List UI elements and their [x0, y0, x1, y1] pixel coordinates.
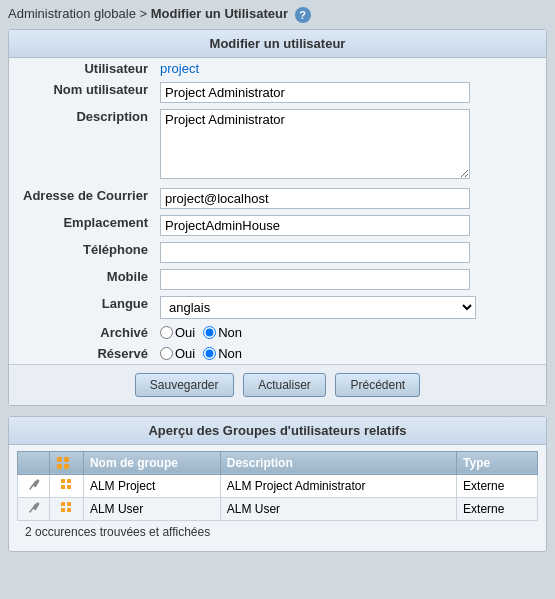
- help-icon[interactable]: ?: [295, 7, 311, 23]
- label-nom-utilisateur: Nom utilisateur: [9, 79, 154, 106]
- group-description: ALM User: [220, 498, 456, 521]
- label-adresse: Adresse de Courrier: [9, 185, 154, 212]
- svg-rect-10: [67, 485, 71, 489]
- value-reserve: Oui Non: [154, 343, 546, 364]
- label-emplacement: Emplacement: [9, 212, 154, 239]
- reserve-oui-radio[interactable]: [160, 347, 173, 360]
- label-description: Description: [9, 106, 154, 185]
- svg-rect-9: [61, 485, 65, 489]
- value-emplacement: [154, 212, 546, 239]
- pencil-icon: [27, 501, 40, 514]
- value-archive: Oui Non: [154, 322, 546, 343]
- groups-panel: Aperçu des Groupes d'utilisateurs relati…: [8, 416, 547, 553]
- archive-oui-label[interactable]: Oui: [160, 325, 195, 340]
- th-type: Type: [457, 451, 538, 475]
- archive-non-label[interactable]: Non: [203, 325, 242, 340]
- update-button[interactable]: Actualiser: [243, 373, 326, 397]
- archive-non-radio[interactable]: [203, 326, 216, 339]
- breadcrumb: Administration globale > Modifier un Uti…: [8, 6, 547, 23]
- form-title: Modifier un utilisateur: [9, 30, 546, 58]
- label-telephone: Téléphone: [9, 239, 154, 266]
- table-row: ALM ProjectALM Project AdministratorExte…: [18, 475, 538, 498]
- row-adresse: Adresse de Courrier: [9, 185, 546, 212]
- svg-rect-7: [61, 479, 65, 483]
- group-name: ALM User: [83, 498, 220, 521]
- row-utilisateur: Utilisateur project: [9, 58, 546, 79]
- emplacement-input[interactable]: [160, 215, 470, 236]
- utilisateur-link[interactable]: project: [160, 61, 199, 76]
- row-archive: Archivé Oui Non: [9, 322, 546, 343]
- adresse-input[interactable]: [160, 188, 470, 209]
- group-grid-icon-cell: [50, 498, 84, 521]
- telephone-input[interactable]: [160, 242, 470, 263]
- table-icon: [60, 501, 73, 514]
- archive-oui-radio[interactable]: [160, 326, 173, 339]
- group-name: ALM Project: [83, 475, 220, 498]
- breadcrumb-separator: >: [136, 6, 151, 21]
- value-nom-utilisateur: [154, 79, 546, 106]
- reserve-oui-text: Oui: [175, 346, 195, 361]
- th-description: Description: [220, 451, 456, 475]
- edit-icon-cell[interactable]: [18, 498, 50, 521]
- group-type: Externe: [457, 498, 538, 521]
- th-icon2: [50, 451, 84, 475]
- back-button[interactable]: Précédent: [335, 373, 420, 397]
- langue-select[interactable]: anglais: [160, 296, 476, 319]
- edit-icon-cell[interactable]: [18, 475, 50, 498]
- description-input[interactable]: [160, 109, 470, 179]
- occurrences-text: 2 occurences trouvées et affichées: [17, 521, 538, 545]
- label-archive: Archivé: [9, 322, 154, 343]
- svg-rect-2: [57, 464, 62, 469]
- mobile-input[interactable]: [160, 269, 470, 290]
- label-langue: Langue: [9, 293, 154, 322]
- th-icon1: [18, 451, 50, 475]
- value-mobile: [154, 266, 546, 293]
- row-description: Description: [9, 106, 546, 185]
- svg-rect-1: [64, 457, 69, 462]
- value-langue: anglais: [154, 293, 546, 322]
- form-panel: Modifier un utilisateur Utilisateur proj…: [8, 29, 547, 406]
- table-icon: [60, 478, 73, 491]
- reserve-non-radio[interactable]: [203, 347, 216, 360]
- value-utilisateur: project: [154, 58, 546, 79]
- label-mobile: Mobile: [9, 266, 154, 293]
- nom-utilisateur-input[interactable]: [160, 82, 470, 103]
- reserve-non-text: Non: [218, 346, 242, 361]
- row-mobile: Mobile: [9, 266, 546, 293]
- svg-rect-14: [61, 502, 65, 506]
- groups-table-wrapper: Nom de groupe Description Type ALM Proje…: [9, 445, 546, 552]
- reserve-oui-label[interactable]: Oui: [160, 346, 195, 361]
- value-telephone: [154, 239, 546, 266]
- groups-table: Nom de groupe Description Type ALM Proje…: [17, 451, 538, 522]
- table-row: ALM UserALM UserExterne: [18, 498, 538, 521]
- svg-rect-15: [67, 502, 71, 506]
- buttons-row: Sauvegarder Actualiser Précédent: [9, 364, 546, 405]
- value-description: [154, 106, 546, 185]
- row-emplacement: Emplacement: [9, 212, 546, 239]
- page-wrapper: Administration globale > Modifier un Uti…: [0, 0, 555, 558]
- label-utilisateur: Utilisateur: [9, 58, 154, 79]
- save-button[interactable]: Sauvegarder: [135, 373, 234, 397]
- archive-oui-text: Oui: [175, 325, 195, 340]
- groups-title: Aperçu des Groupes d'utilisateurs relati…: [9, 417, 546, 445]
- pencil-icon: [27, 478, 40, 491]
- group-description: ALM Project Administrator: [220, 475, 456, 498]
- svg-rect-17: [67, 508, 71, 512]
- value-adresse: [154, 185, 546, 212]
- archive-non-text: Non: [218, 325, 242, 340]
- groups-header-row: Nom de groupe Description Type: [18, 451, 538, 475]
- group-type: Externe: [457, 475, 538, 498]
- svg-rect-8: [67, 479, 71, 483]
- row-telephone: Téléphone: [9, 239, 546, 266]
- form-table: Utilisateur project Nom utilisateur Desc…: [9, 58, 546, 364]
- reserve-radio-group: Oui Non: [160, 346, 540, 361]
- reserve-non-label[interactable]: Non: [203, 346, 242, 361]
- grid-icon: [56, 456, 70, 470]
- archive-radio-group: Oui Non: [160, 325, 540, 340]
- svg-rect-16: [61, 508, 65, 512]
- label-reserve: Réservé: [9, 343, 154, 364]
- row-reserve: Réservé Oui Non: [9, 343, 546, 364]
- group-grid-icon-cell: [50, 475, 84, 498]
- th-nom: Nom de groupe: [83, 451, 220, 475]
- row-nom-utilisateur: Nom utilisateur: [9, 79, 546, 106]
